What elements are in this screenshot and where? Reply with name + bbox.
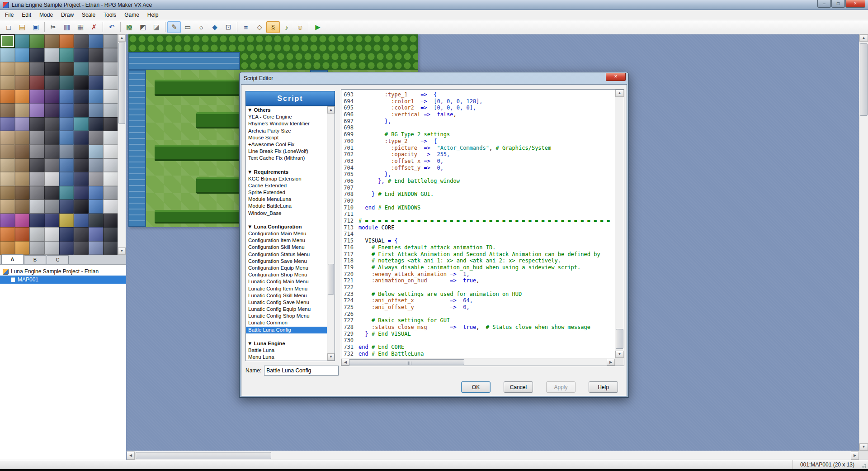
palette-tile[interactable] bbox=[89, 34, 104, 48]
script-item[interactable]: Configuration Save Menu bbox=[246, 258, 327, 265]
palette-tile[interactable] bbox=[15, 227, 30, 241]
palette-tile[interactable] bbox=[74, 48, 89, 62]
script-item[interactable]: Window_Base bbox=[246, 210, 327, 217]
script-item[interactable]: Configuration Item Menu bbox=[246, 237, 327, 244]
palette-tile[interactable] bbox=[29, 48, 44, 62]
save-project-button[interactable]: ▣ bbox=[29, 21, 42, 33]
palette-tile[interactable] bbox=[59, 172, 74, 186]
script-group-header[interactable]: ▼ Others bbox=[246, 107, 327, 114]
palette-tile[interactable] bbox=[59, 90, 74, 103]
palette-tile[interactable] bbox=[59, 186, 74, 200]
map-mode-button[interactable]: ▩ bbox=[123, 21, 136, 33]
palette-tile[interactable] bbox=[59, 48, 74, 62]
palette-tile[interactable] bbox=[0, 76, 15, 89]
palette-tile[interactable] bbox=[74, 241, 89, 255]
palette-tile[interactable] bbox=[0, 103, 15, 117]
palette-tile[interactable] bbox=[103, 103, 118, 117]
menu-file[interactable]: File bbox=[1, 10, 18, 19]
palette-tile[interactable] bbox=[59, 62, 74, 76]
map-h-scrollbar[interactable]: ◀ ▶ bbox=[127, 451, 859, 460]
menu-mode[interactable]: Mode bbox=[35, 10, 57, 19]
script-item[interactable]: Lunatic Common bbox=[246, 319, 327, 326]
script-item[interactable]: Configuration Shop Menu bbox=[246, 271, 327, 278]
palette-tile[interactable] bbox=[103, 158, 118, 172]
script-list-scrollbar[interactable]: ▲ ▼ bbox=[327, 106, 335, 361]
palette-tile[interactable] bbox=[89, 62, 104, 76]
palette-tile[interactable] bbox=[15, 158, 30, 172]
cancel-button[interactable]: Cancel bbox=[504, 381, 533, 393]
palette-tile[interactable] bbox=[29, 90, 44, 103]
palette-tile[interactable] bbox=[44, 62, 59, 76]
palette-tile[interactable] bbox=[103, 62, 118, 76]
script-item[interactable]: Lunatic Config Shop Menu bbox=[246, 313, 327, 319]
palette-tile[interactable] bbox=[15, 62, 30, 76]
palette-tile[interactable] bbox=[74, 214, 89, 227]
palette-tile[interactable] bbox=[89, 117, 104, 131]
palette-tile[interactable] bbox=[29, 200, 44, 213]
close-button[interactable]: × bbox=[845, 0, 865, 8]
palette-tile[interactable] bbox=[0, 241, 15, 255]
script-item[interactable]: Battle Luna bbox=[246, 347, 327, 354]
palette-tile[interactable] bbox=[74, 117, 89, 131]
script-item[interactable]: Lunatic Config Save Menu bbox=[246, 299, 327, 306]
palette-tile[interactable] bbox=[44, 103, 59, 117]
palette-tile[interactable] bbox=[74, 103, 89, 117]
palette-tile[interactable] bbox=[15, 200, 30, 213]
script-item[interactable]: Configuration Equip Menu bbox=[246, 265, 327, 271]
resize-grip[interactable] bbox=[862, 460, 868, 469]
scroll-right-icon[interactable]: ▶ bbox=[607, 359, 615, 366]
region-mode-button[interactable]: ◪ bbox=[150, 21, 163, 33]
script-item[interactable]: Mouse Script bbox=[246, 134, 327, 141]
palette-tile[interactable] bbox=[89, 145, 104, 158]
palette-tile[interactable] bbox=[0, 172, 15, 186]
palette-tile[interactable] bbox=[15, 131, 30, 144]
palette-scrollbar-thumb[interactable] bbox=[118, 43, 125, 124]
event-mode-button[interactable]: ◩ bbox=[136, 21, 150, 33]
ok-button[interactable]: OK bbox=[461, 381, 491, 393]
palette-tile[interactable] bbox=[29, 241, 44, 255]
palette-tile[interactable] bbox=[0, 34, 15, 48]
script-editor-button[interactable]: § bbox=[266, 21, 280, 33]
palette-tile[interactable] bbox=[74, 145, 89, 158]
script-item[interactable]: Configuration Status Menu bbox=[246, 251, 327, 258]
palette-tile[interactable] bbox=[44, 214, 59, 227]
palette-tile[interactable] bbox=[44, 117, 59, 131]
palette-tile[interactable] bbox=[89, 200, 104, 213]
palette-tile[interactable] bbox=[29, 227, 44, 241]
scroll-up-icon[interactable]: ▲ bbox=[859, 34, 868, 42]
palette-tile[interactable] bbox=[0, 117, 15, 131]
scroll-right-icon[interactable]: ▶ bbox=[851, 452, 859, 460]
palette-tile[interactable] bbox=[29, 76, 44, 89]
palette-tile[interactable] bbox=[29, 186, 44, 200]
script-item[interactable]: Line Break Fix (LoneWolf) bbox=[246, 148, 327, 155]
palette-tile[interactable] bbox=[0, 145, 15, 158]
palette-tile[interactable] bbox=[59, 158, 74, 172]
palette-tile[interactable] bbox=[59, 241, 74, 255]
materials-button[interactable]: ◇ bbox=[253, 21, 266, 33]
playtest-button[interactable]: ▶ bbox=[311, 21, 325, 33]
map-v-scrollbar-thumb[interactable] bbox=[860, 43, 868, 116]
new-project-button[interactable]: □ bbox=[2, 21, 15, 33]
scroll-down-icon[interactable]: ▼ bbox=[615, 351, 624, 358]
map-h-scrollbar-thumb[interactable] bbox=[136, 452, 271, 459]
open-project-button[interactable]: ▤ bbox=[15, 21, 29, 33]
script-item[interactable]: Module MenuLuna bbox=[246, 196, 327, 203]
palette-tab-c[interactable]: C bbox=[47, 255, 69, 264]
palette-tile[interactable] bbox=[59, 34, 74, 48]
menu-draw[interactable]: Draw bbox=[57, 10, 78, 19]
palette-tile[interactable] bbox=[89, 103, 104, 117]
character-generator-button[interactable]: ☺ bbox=[293, 21, 307, 33]
menu-scale[interactable]: Scale bbox=[78, 10, 99, 19]
palette-tile[interactable] bbox=[74, 186, 89, 200]
palette-tile[interactable] bbox=[29, 62, 44, 76]
palette-tile[interactable] bbox=[103, 34, 118, 48]
palette-tile[interactable] bbox=[29, 172, 44, 186]
palette-tile[interactable] bbox=[15, 34, 30, 48]
script-item[interactable]: Configuration Main Menu bbox=[246, 230, 327, 237]
palette-tile[interactable] bbox=[103, 186, 118, 200]
palette-tile[interactable] bbox=[103, 131, 118, 144]
script-item[interactable]: YEA - Core Engine bbox=[246, 114, 327, 120]
tree-item-map001[interactable]: MAP001 bbox=[0, 276, 126, 284]
script-item[interactable]: Lunatic Config Main Menu bbox=[246, 278, 327, 285]
scroll-down-icon[interactable]: ▼ bbox=[859, 443, 868, 451]
